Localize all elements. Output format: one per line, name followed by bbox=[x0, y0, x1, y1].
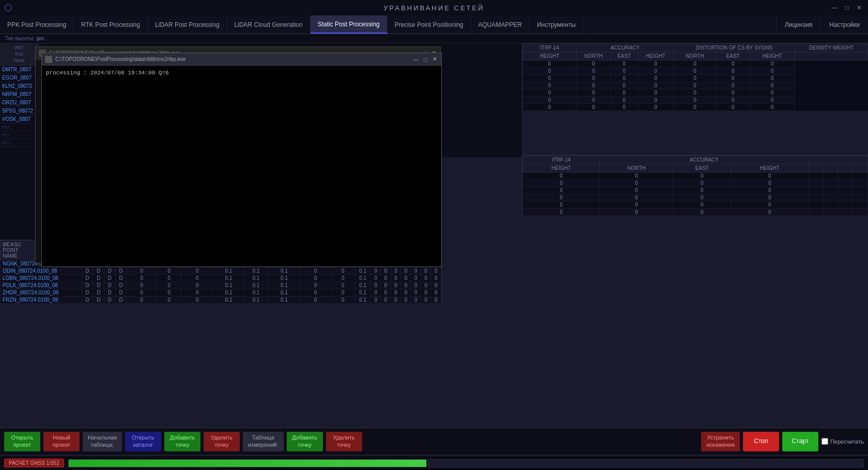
terminal-inner-icon bbox=[45, 56, 52, 63]
statusbar: РАСЧЕТ GNSS 1/352 bbox=[0, 456, 868, 470]
point-item[interactable]: ORZU_0807 bbox=[0, 99, 38, 107]
progress-bar-container bbox=[68, 459, 864, 467]
table-row: ZHDR_080724.0100_08DDDD0000.10.10.1000.1… bbox=[1, 289, 441, 296]
th-north1: NORTH bbox=[577, 52, 611, 60]
th-lr-e3 bbox=[838, 164, 853, 173]
close-button[interactable]: ✕ bbox=[856, 4, 864, 12]
table-row: PDLK_080724.0100_08DDDD0000.10.10.1000.1… bbox=[1, 282, 441, 289]
license-button[interactable]: Лицензия bbox=[776, 15, 820, 34]
points-panel: INIT POI NAM DMTR_0807EGOR_0807KLN2_0807… bbox=[0, 43, 39, 240]
terminal-text: processing : 2024/07/08 19:34:00 Q=6 bbox=[46, 70, 169, 76]
start-table-button[interactable]: Начальная таблица: bbox=[83, 432, 122, 451]
terminal-content: processing : 2024/07/08 19:34:00 Q=6 bbox=[42, 66, 441, 267]
fix-distortions-button[interactable]: Устранить искажения bbox=[701, 432, 739, 451]
tab-rtk[interactable]: RTK Post Processing bbox=[74, 15, 148, 34]
table-row: 0000 bbox=[523, 201, 868, 209]
th-height2: HEIGHT bbox=[750, 52, 795, 60]
delete-point2-button[interactable]: Удалить точку bbox=[326, 432, 362, 451]
table-row: LOBN_080724.0100_08DDDD0000.10.10.1000.1… bbox=[1, 275, 441, 282]
recalculate-checkbox-label[interactable]: Пересчитать bbox=[822, 438, 864, 445]
table-row: 0000000 bbox=[523, 89, 868, 97]
titlebar: ⬡ УРАВНИВАНИЕ СЕТЕЙ — □ ✕ bbox=[0, 0, 868, 15]
tab-tools[interactable]: Инструменты bbox=[530, 15, 583, 34]
th-lr-e4 bbox=[853, 164, 868, 173]
th-lr-height0: HEIGHT bbox=[523, 164, 600, 173]
minimize-button[interactable]: — bbox=[831, 4, 839, 12]
start-button[interactable]: Старт bbox=[782, 432, 818, 451]
tab-aqua[interactable]: AQUAMAPPER bbox=[471, 15, 530, 34]
point-item[interactable]: NRFM_0807 bbox=[0, 90, 38, 99]
meas-table-button[interactable]: Таблица измерений: bbox=[243, 432, 284, 451]
th-lr-itrf14: ITRF-14 bbox=[523, 156, 600, 164]
table-row: FRZN_080724.0100_08DDDD0000.10.10.1000.1… bbox=[1, 296, 441, 304]
th-lr-height1: HEIGHT bbox=[731, 164, 808, 173]
upper-right-table: ITRF-14 ACCURACY DISTORTION OF CS BY SYG… bbox=[522, 43, 868, 111]
table-row: 0000000 bbox=[523, 104, 868, 111]
th-lr-east1: EAST bbox=[673, 164, 731, 173]
th-lr-e2 bbox=[823, 164, 838, 173]
delete-point-button[interactable]: Удалить точку bbox=[204, 432, 240, 451]
th-north2: NORTH bbox=[674, 52, 716, 60]
terminal-inner-min[interactable]: — bbox=[412, 56, 420, 62]
point-item[interactable]: VOSK_0807 bbox=[0, 115, 38, 123]
nav-right: Лицензия Настройки bbox=[776, 15, 868, 34]
tab-lidar-cloud[interactable]: LiDAR Cloud Generation bbox=[227, 15, 311, 34]
terminal-inner-title: C:\TOPODRONE\PostProcessing\data\rtklib\… bbox=[55, 56, 409, 62]
point-item[interactable]: DMTR_0807 bbox=[0, 66, 38, 74]
th-height1: HEIGHT bbox=[638, 52, 674, 60]
tab-lidar[interactable]: LiDAR Post Processing bbox=[148, 15, 227, 34]
status-badge: РАСЧЕТ GNSS 1/352 bbox=[4, 459, 64, 467]
lower-right-table-area: ITRF-14 ACCURACY HEIGHT NORTH EAST HEIGH… bbox=[522, 155, 868, 216]
add-point-button[interactable]: Добавить точку bbox=[164, 432, 200, 451]
lower-right-table: ITRF-14 ACCURACY HEIGHT NORTH EAST HEIGH… bbox=[522, 155, 868, 216]
main-area: INIT POI NAM DMTR_0807EGOR_0807KLN2_0807… bbox=[0, 43, 868, 470]
type-label: Тип высоты: bbox=[5, 36, 35, 41]
th-lr-e1 bbox=[808, 164, 823, 173]
stop-button[interactable]: Стоп bbox=[743, 432, 779, 451]
table-row: ODIN_080724.0100_08DDDD0000.10.10.1000.1… bbox=[1, 268, 441, 275]
tab-ppk[interactable]: PPK Post Processing bbox=[0, 15, 74, 34]
th-density: DENSITY WEIGHT bbox=[795, 44, 867, 52]
toolbar-right: Устранить искажения Стоп Старт Пересчита… bbox=[701, 432, 864, 451]
points-header: INIT POI NAM bbox=[0, 43, 38, 66]
open-catalog-button[interactable]: Открыть каталог bbox=[125, 432, 161, 451]
maximize-button[interactable]: □ bbox=[843, 4, 851, 12]
th-east1: EAST bbox=[611, 52, 638, 60]
th-lr-accuracy: ACCURACY bbox=[600, 156, 808, 164]
tab-static[interactable]: Static Post Processing bbox=[311, 15, 388, 34]
terminal-inner-window: C:\TOPODRONE\PostProcessing\data\rtklib\… bbox=[41, 53, 442, 267]
open-project-button[interactable]: Открыть проект bbox=[4, 432, 40, 451]
point-item[interactable]: EGOR_0807 bbox=[0, 74, 38, 82]
point-item[interactable]: KLN2_08072 bbox=[0, 82, 38, 90]
point-item[interactable]: SPSS_08072 bbox=[0, 107, 38, 115]
table-row: 0000000 bbox=[523, 68, 868, 75]
navbar: PPK Post Processing RTK Post Processing … bbox=[0, 15, 868, 34]
recalculate-checkbox[interactable] bbox=[822, 438, 828, 445]
terminal-inner-close[interactable]: ✕ bbox=[431, 56, 438, 62]
th-east2: EAST bbox=[716, 52, 750, 60]
table-row: 0000 bbox=[523, 180, 868, 187]
th-dw bbox=[795, 52, 867, 60]
tab-ppp[interactable]: Precise Point Positioning bbox=[388, 15, 471, 34]
th-distortion: DISTORTION OF CS BY SYGNS bbox=[674, 44, 795, 52]
table-row: 0000 bbox=[523, 187, 868, 194]
progress-bar bbox=[69, 460, 426, 467]
right-tables-top: ITRF-14 ACCURACY DISTORTION OF CS BY SYG… bbox=[522, 43, 868, 111]
points-list: DMTR_0807EGOR_0807KLN2_08072NRFM_0807ORZ… bbox=[0, 66, 38, 123]
add-point2-button[interactable]: Добавить точку bbox=[287, 432, 323, 451]
app-logo: ⬡ bbox=[4, 2, 13, 13]
terminal-inner-max[interactable]: □ bbox=[423, 56, 428, 62]
window-controls: — □ ✕ bbox=[831, 4, 864, 12]
type-row: Тип высоты: pro bbox=[0, 34, 868, 43]
th-lr-empty bbox=[808, 156, 867, 164]
table-row: 0000 bbox=[523, 194, 868, 201]
table-row: 0000000 bbox=[523, 60, 868, 68]
th-accuracy: ACCURACY bbox=[577, 44, 674, 52]
toolbar: Открыть проект Новый проект Начальная та… bbox=[0, 428, 868, 455]
new-project-button[interactable]: Новый проект bbox=[43, 432, 80, 451]
th-itrf14: ITRF-14 bbox=[523, 44, 577, 52]
settings-button[interactable]: Настройки bbox=[820, 15, 868, 34]
table-row: 0000000 bbox=[523, 82, 868, 89]
table-row: 0000000 bbox=[523, 97, 868, 104]
table-row: 0000000 bbox=[523, 75, 868, 82]
